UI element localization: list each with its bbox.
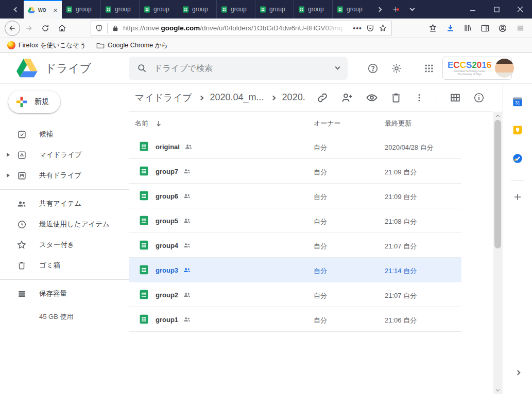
tab-group-spreadsheet[interactable]: group: [178, 0, 216, 19]
tab-title: group: [347, 6, 367, 13]
sidebar-item-recent[interactable]: 最近使用したアイテム: [0, 214, 129, 235]
delete-button[interactable]: [390, 92, 402, 103]
forward-button[interactable]: [21, 20, 37, 37]
column-header-owner[interactable]: オーナー: [314, 119, 341, 128]
breadcrumb-item-current[interactable]: 2020.: [282, 92, 305, 103]
tab-scroll-left-button[interactable]: [8, 0, 24, 19]
browser-nav-toolbar: https://drive.google.com/drive/u/0/folde…: [0, 19, 532, 38]
expand-triangle-icon[interactable]: [7, 173, 10, 177]
get-link-button[interactable]: [316, 92, 329, 104]
sidebar-item-my-drive[interactable]: マイドライブ: [0, 145, 129, 165]
file-row[interactable]: group7 自分 21:09 自分: [129, 159, 461, 184]
file-row[interactable]: group4 自分 21:07 自分: [129, 233, 461, 258]
get-addons-button[interactable]: [513, 192, 522, 202]
tab-scroll-right-button[interactable]: [371, 0, 387, 19]
tab-group-spreadsheet[interactable]: group: [216, 0, 255, 19]
grid-view-button[interactable]: [450, 92, 461, 103]
share-button[interactable]: [341, 92, 353, 104]
reload-button[interactable]: [37, 20, 54, 37]
account-button[interactable]: [495, 20, 510, 37]
url-bar[interactable]: https://drive.google.com/drive/u/0/folde…: [91, 21, 392, 36]
tab-list-dropdown-button[interactable]: [404, 0, 420, 19]
star-icon: [379, 24, 387, 32]
library-button[interactable]: [460, 20, 475, 37]
expand-triangle-icon[interactable]: [7, 153, 10, 157]
breadcrumb-item-my-drive[interactable]: マイドライブ: [135, 92, 192, 104]
scrollbar-down-arrow[interactable]: [496, 387, 499, 394]
sidebars-button[interactable]: [477, 20, 493, 37]
bookmark-folder-chrome[interactable]: Google Chrome から: [96, 41, 168, 50]
account-logo-letter: E: [448, 61, 453, 69]
sort-descending-arrow-icon[interactable]: [155, 119, 163, 128]
column-header-modified[interactable]: 最終更新: [385, 119, 411, 128]
sidebar-item-shared-drives[interactable]: 共有ドライブ: [0, 165, 129, 186]
tab-title: wo: [38, 6, 50, 13]
search-input[interactable]: [154, 64, 329, 73]
scrollbar-up-arrow[interactable]: [496, 112, 499, 119]
bookmark-star-button[interactable]: [379, 24, 387, 32]
details-button[interactable]: [473, 92, 485, 103]
pocket-save-button[interactable]: [366, 24, 374, 32]
vertical-scrollbar[interactable]: [493, 112, 502, 394]
window-maximize-button[interactable]: [485, 0, 508, 19]
scrollbar-thumb[interactable]: [494, 120, 501, 248]
tab-group-spreadsheet[interactable]: group: [332, 0, 371, 19]
calendar-app-button[interactable]: 31: [512, 96, 523, 108]
downloads-button[interactable]: [442, 20, 458, 37]
bookmark-firefox[interactable]: Firefox を使いこなそう: [7, 41, 86, 50]
my-drive-icon: [16, 150, 27, 160]
tab-close-icon[interactable]: ×: [53, 6, 58, 14]
tab-group-spreadsheet[interactable]: group: [100, 0, 139, 19]
sidebar-item-shared-with-me[interactable]: 共有アイテム: [0, 193, 129, 214]
home-button[interactable]: [54, 20, 70, 37]
file-row[interactable]: group6 自分 21:09 自分: [129, 184, 461, 208]
page-actions-button[interactable]: •••: [353, 24, 362, 32]
google-sheets-favicon: [298, 6, 305, 13]
drive-brand[interactable]: ドライブ: [0, 59, 129, 78]
tab-active-drive[interactable]: wo ×: [24, 0, 62, 19]
sidebar-item-starred[interactable]: スター付き: [0, 235, 129, 255]
help-button[interactable]: [367, 63, 379, 74]
keep-app-button[interactable]: [512, 124, 523, 136]
more-actions-button[interactable]: [414, 93, 424, 103]
drive-header: ドライブ ECCS2016 Information Technology Cen…: [0, 53, 532, 84]
plus-icon: [513, 192, 522, 202]
browser-tab-strip: wo × group group group group group group…: [0, 0, 532, 19]
file-row[interactable]: group3 自分 21:14 自分: [129, 258, 461, 282]
preview-button[interactable]: [366, 92, 378, 104]
file-row[interactable]: group5 自分 21:08 自分: [129, 208, 461, 233]
column-header-name[interactable]: 名前: [135, 119, 163, 128]
sidebar-item-trash[interactable]: ゴミ箱: [0, 255, 129, 276]
tab-group-spreadsheet[interactable]: group: [139, 0, 178, 19]
sidebar-item-storage[interactable]: 保存容量: [0, 283, 129, 304]
menu-button[interactable]: [512, 20, 528, 37]
tab-group-spreadsheet[interactable]: group: [255, 0, 294, 19]
hide-side-panel-button[interactable]: [503, 371, 532, 374]
avatar[interactable]: [495, 59, 514, 78]
window-close-button[interactable]: [508, 0, 532, 19]
window-minimize-button[interactable]: [461, 0, 485, 19]
new-button[interactable]: 新規: [8, 91, 60, 113]
account-logo-letter: 1: [482, 61, 486, 69]
search-options-chevron-icon[interactable]: [335, 65, 340, 70]
account-logo-letter: C: [453, 61, 459, 69]
file-row[interactable]: group1 自分 21:06 自分: [129, 307, 461, 332]
account-card[interactable]: ECCS2016 Information Technology Center T…: [442, 57, 512, 80]
settings-button[interactable]: [391, 63, 402, 74]
back-button[interactable]: [4, 20, 21, 37]
account-org-line1: Information Technology Center: [448, 70, 491, 73]
tab-group-spreadsheet[interactable]: group: [62, 0, 100, 19]
file-row[interactable]: group2 自分 21:07 自分: [129, 282, 461, 307]
file-modified: 21:08 自分: [385, 217, 417, 226]
tab-group-spreadsheet[interactable]: group: [294, 0, 332, 19]
file-row[interactable]: original 自分 2020/04/28 自分: [129, 134, 461, 159]
breadcrumb-item-folder[interactable]: 2020.04_m...: [210, 92, 264, 103]
sidebar-divider: [0, 279, 129, 280]
drive-search-box[interactable]: [129, 57, 348, 80]
tasks-app-button[interactable]: [512, 153, 523, 164]
new-tab-button[interactable]: [387, 0, 404, 19]
google-apps-button[interactable]: [424, 63, 434, 74]
sidebar-item-priority[interactable]: 候補: [0, 124, 129, 145]
bookmarks-menu-button[interactable]: [425, 20, 440, 37]
eye-icon: [366, 92, 378, 104]
